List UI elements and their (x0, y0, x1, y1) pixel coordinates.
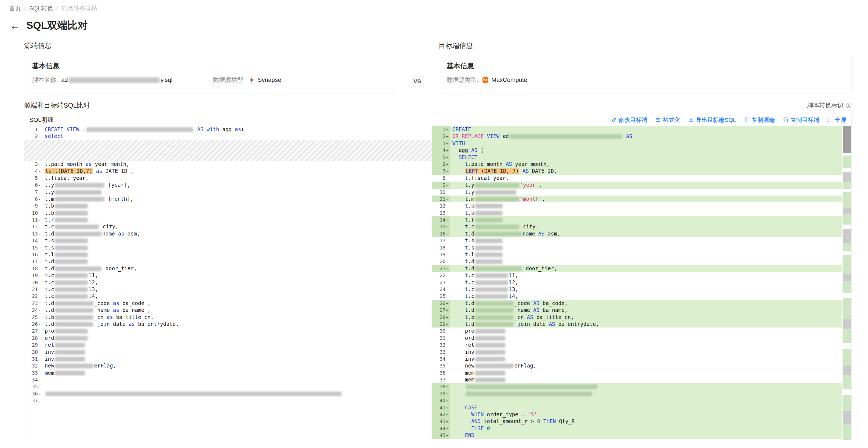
target-datasource-label: 数据源类型: (446, 76, 478, 84)
redacted-script-name (69, 77, 160, 83)
minimap-segment (843, 395, 851, 411)
redacted-text (475, 197, 519, 202)
line-number: 21+ (432, 265, 450, 272)
line-number: 1+ (432, 126, 450, 133)
diff-line: 31 inv (24, 355, 432, 362)
line-number: 6+ (432, 161, 450, 168)
line-number: 31 (432, 335, 450, 342)
line-number: 9 (24, 202, 42, 209)
diff-toolbar-row: SQL明细 修改目标端格式化导出目标端SQL复制源端复制目标端全屏 (24, 114, 851, 126)
code-text: pro (42, 328, 432, 334)
code-text: t.d_name AS ba_name, (450, 307, 842, 314)
diff-line: 34 inv (432, 355, 842, 362)
diff-line: 31 ord (432, 335, 842, 342)
code-text: t.d_join_date as ba_entrydate, (42, 321, 432, 328)
breadcrumb-sql-convert[interactable]: SQL转换 (29, 4, 53, 12)
redacted-text (475, 301, 514, 306)
diff-line: 4-left(DATE_ID,7) as DATE_ID , (24, 168, 432, 174)
diff-line: 6-t.y [year], (24, 181, 432, 188)
redacted-text (475, 315, 514, 320)
diff-line: 29 ret (24, 342, 432, 348)
minimap-segment (843, 343, 851, 349)
diff-line: 25-t.b_cn as ba_title_cn, (24, 314, 432, 321)
sql-diff-viewer: SQL明细 修改目标端格式化导出目标端SQL复制源端复制目标端全屏 1-CREA… (24, 114, 851, 440)
redacted-text (55, 350, 85, 355)
code-text: t.d door_tier, (450, 265, 842, 272)
diff-minimap-scrollbar[interactable] (842, 126, 851, 440)
redacted-text (55, 273, 88, 278)
minimap-segment (843, 168, 851, 172)
redacted-text (475, 378, 505, 382)
minimap-segment (843, 298, 851, 319)
diff-line: 3-t.paid_month as year_month, (24, 161, 432, 168)
copy-target-button[interactable]: 复制目标端 (783, 116, 819, 124)
code-text: t.cl4, (450, 293, 842, 300)
diff-line: 8-t.m [month], (24, 196, 432, 202)
conversion-legend[interactable]: 脚本转换标识 (807, 101, 851, 109)
code-text: t.y (42, 189, 432, 196)
redacted-text (55, 371, 85, 375)
redacted-text (55, 267, 101, 271)
line-number: 14+ (432, 216, 450, 223)
copy-source-button[interactable]: 复制源端 (744, 116, 775, 124)
minimap-segment (843, 293, 851, 298)
redacted-text (475, 371, 505, 375)
diff-line: 35- (24, 383, 432, 390)
line-number: 37- (24, 397, 42, 404)
breadcrumb-separator: / (57, 5, 58, 12)
code-text: t.paid_month as year_month, (42, 161, 432, 168)
target-sql-pane[interactable]: 1+CREATE2+OR REPLACE VIEW ad AS3+WITH4+ … (432, 126, 842, 440)
redacted-text (475, 322, 514, 327)
diff-line: 33 inv (432, 349, 842, 355)
code-text: t.b (450, 202, 842, 209)
code-text: left(DATE_ID,7) as DATE_ID , (42, 168, 432, 174)
back-arrow-icon[interactable]: ← (10, 20, 20, 31)
line-number: 3- (24, 161, 42, 168)
diff-line: 19 t.l (432, 251, 842, 258)
diff-line: 25 t.cl4, (432, 293, 842, 300)
code-text: inv (42, 349, 432, 355)
line-number: 43+ (432, 418, 450, 425)
line-number: 30 (432, 328, 450, 334)
export-target-sql-button[interactable]: 导出目标端SQL (688, 116, 736, 124)
edit-target-button[interactable]: 修改目标端 (611, 116, 647, 124)
tab-sql-detail[interactable]: SQL明细 (29, 116, 54, 124)
diff-line: 20 t.d (432, 258, 842, 265)
line-number: 42+ (432, 411, 450, 418)
code-text: newerFlag, (450, 362, 842, 369)
line-number: 2+ (432, 133, 450, 140)
code-text: t.r (450, 216, 842, 223)
code-text: OR REPLACE VIEW ad AS (450, 133, 842, 140)
line-number: 35 (432, 362, 450, 369)
target-info-panel: 目标端信息 基本信息 数据源类型: MaxCompute (439, 41, 851, 93)
vs-wrap: VS (396, 41, 439, 93)
diff-line: 44+ ELSE 0 (432, 425, 842, 432)
code-text: inv (42, 355, 432, 362)
changed-token-highlight: left(DATE_ID,7) (45, 168, 93, 174)
diff-line: 7 t.y (24, 189, 432, 196)
code-text (42, 376, 432, 383)
redacted-text (55, 287, 88, 292)
code-text: t.cl3, (450, 286, 842, 293)
fullscreen-button[interactable]: 全屏 (828, 116, 846, 124)
diff-line: 43+ AND total_amount_r > 0 THEN Qty_R (432, 418, 842, 425)
diff-line: 15 t.s (24, 244, 432, 251)
synapse-icon (248, 76, 255, 83)
code-text: t.c city, (42, 223, 432, 230)
diff-line: 9 t.b (24, 202, 432, 209)
code-text: agg AS ( (450, 147, 842, 153)
changed-token-highlight: LEFT (DATE_ID, 7) (465, 168, 519, 174)
redacted-text (55, 252, 88, 257)
source-panel-title: 源端信息 (24, 41, 396, 50)
redacted-text (55, 301, 93, 306)
code-text: AND total_amount_r > 0 THEN Qty_R (450, 418, 842, 425)
breadcrumb-home[interactable]: 首页 (9, 4, 21, 12)
diff-line: 15+ t.c city, (432, 223, 842, 230)
redacted-text (475, 267, 522, 271)
diff-line: 3+WITH (432, 140, 842, 147)
source-sql-pane[interactable]: 1-CREATE VIEW . AS with agg as(2-select3… (24, 126, 432, 440)
line-number: 40+ (432, 397, 450, 404)
code-text (450, 390, 842, 397)
format-button[interactable]: 格式化 (655, 116, 680, 124)
source-datasource-label: 数据源类型: (213, 76, 245, 84)
